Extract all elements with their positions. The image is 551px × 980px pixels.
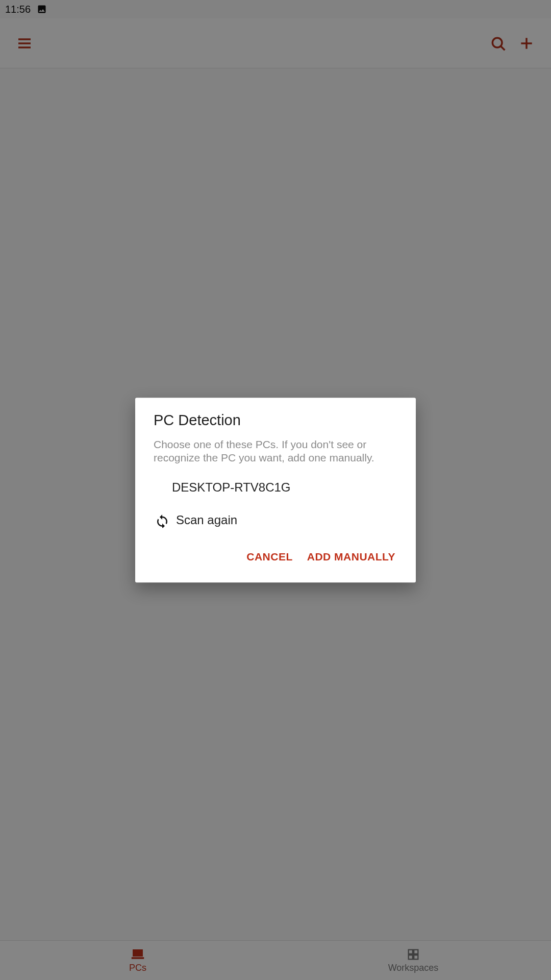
- refresh-icon: [154, 511, 171, 529]
- screen-root: 11:56 PCs Workspaces PC Detection: [0, 0, 551, 980]
- cancel-button[interactable]: CANCEL: [244, 546, 295, 568]
- pc-detection-dialog: PC Detection Choose one of these PCs. If…: [135, 398, 416, 582]
- scan-again-label: Scan again: [176, 513, 237, 527]
- scan-again-row[interactable]: Scan again: [135, 504, 416, 536]
- dialog-title: PC Detection: [135, 412, 416, 434]
- add-manually-button[interactable]: ADD MANUALLY: [305, 546, 397, 568]
- dialog-subtitle: Choose one of these PCs. If you don't se…: [135, 434, 416, 471]
- pc-list-item[interactable]: DESKTOP-RTV8C1G: [135, 471, 416, 504]
- dialog-actions: CANCEL ADD MANUALLY: [135, 536, 416, 577]
- pc-name: DESKTOP-RTV8C1G: [172, 480, 291, 495]
